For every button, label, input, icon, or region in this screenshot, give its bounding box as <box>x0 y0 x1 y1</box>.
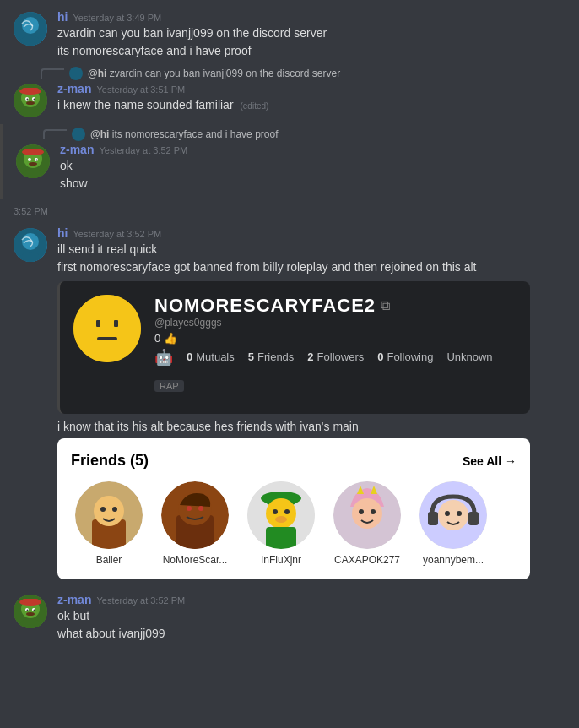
roblox-likes: 0 👍 <box>154 332 517 345</box>
time-divider-label: 3:52 PM <box>14 206 48 216</box>
copy-icon: ⧉ <box>381 298 390 313</box>
svg-point-67 <box>26 612 35 616</box>
roblox-profile-info: NOMORESCARYFACE2 ⧉ @playes0gggs 0 👍 🤖 0 <box>154 295 517 392</box>
mutuals-value: 0 <box>187 350 192 363</box>
reply-text-2: @hi zvardin can you ban ivanjj099 on the… <box>88 68 340 79</box>
timestamp-zman-1: Yesterday at 3:51 PM <box>96 84 185 95</box>
svg-rect-54 <box>468 512 479 525</box>
message-text-hi-2b: first nomorescaryface got banned from bi… <box>57 259 565 276</box>
svg-point-34 <box>112 507 117 512</box>
avatar-zman-1 <box>14 84 47 117</box>
friend-item-baller: Baller <box>71 481 147 566</box>
friend-name-yoannybem: yoannybem... <box>423 554 484 566</box>
svg-point-57 <box>457 511 462 516</box>
roblox-profile: NOMORESCARYFACE2 ⧉ @playes0gggs 0 👍 🤖 0 <box>73 295 517 392</box>
avatar-hi-2 <box>14 228 47 262</box>
friends-title: Friends (5) <box>71 452 149 470</box>
svg-rect-28 <box>114 320 118 327</box>
avatar-hi <box>14 12 47 46</box>
roblox-handle: @playes0gggs <box>154 317 517 329</box>
svg-point-51 <box>371 509 376 514</box>
message-group-zman-1: z-man Yesterday at 3:51 PM i knew the na… <box>0 80 579 121</box>
reply-row-2: @hi zvardin can you ban ivanjj099 on the… <box>0 67 579 80</box>
message-header-hi-1: hi Yesterday at 3:49 PM <box>57 10 565 24</box>
message-header-zman-1: z-man Yesterday at 3:51 PM <box>57 82 565 95</box>
username-hi-2: hi <box>57 226 68 240</box>
svg-point-44 <box>273 509 278 514</box>
svg-rect-7 <box>22 88 39 94</box>
robot-icon: 🤖 <box>154 348 173 367</box>
svg-point-55 <box>438 500 468 530</box>
message-text-hi-2c: i know that its his alt because hes frie… <box>57 419 565 436</box>
reply-line-3 <box>43 129 67 139</box>
chat-container: hi Yesterday at 3:49 PM zvardin can you … <box>0 0 579 653</box>
svg-rect-29 <box>97 337 117 340</box>
stat-friends: 5 Friends <box>248 350 295 363</box>
message-content-zman-1: z-man Yesterday at 3:51 PM i knew the na… <box>57 82 565 117</box>
friend-name-caxapok: CAXAPOK277 <box>334 554 400 566</box>
friend-avatar-caxapok <box>333 481 401 549</box>
message-group-zman-2: z-man Yesterday at 3:52 PM ok show <box>3 141 579 196</box>
message-header-hi-2: hi Yesterday at 3:52 PM <box>57 226 565 240</box>
timestamp-zman-final: Yesterday at 3:52 PM <box>96 595 185 606</box>
username-hi-1: hi <box>57 10 68 24</box>
thumbs-icon: 👍 <box>164 332 177 345</box>
friend-name-baller: Baller <box>96 554 122 566</box>
message-header-zman-2: z-man Yesterday at 3:52 PM <box>60 143 565 156</box>
svg-point-20 <box>30 160 31 161</box>
svg-point-56 <box>445 511 450 516</box>
roblox-embed: NOMORESCARYFACE2 ⧉ @playes0gggs 0 👍 🤖 0 <box>57 281 530 414</box>
friend-item-yoannybem: yoannybem... <box>415 481 491 566</box>
friend-avatar-yoannybem <box>419 481 487 549</box>
message-group-hi-1: hi Yesterday at 3:49 PM zvardin can you … <box>0 7 579 63</box>
svg-point-26 <box>73 295 141 362</box>
svg-point-38 <box>187 506 192 511</box>
message-group-zman-final: z-man Yesterday at 3:52 PM ok but what a… <box>0 589 579 646</box>
mutuals-label: Mutuals <box>196 350 235 363</box>
time-divider-row: 3:52 PM <box>0 199 579 223</box>
reply-avatar-small-2 <box>69 67 83 80</box>
username-zman-1: z-man <box>57 82 91 95</box>
svg-point-45 <box>284 509 290 514</box>
rap-tag: RAP <box>154 380 184 392</box>
svg-point-11 <box>34 99 35 101</box>
friend-item-nomorescary: NoMoreScar... <box>157 481 233 566</box>
friends-value: 5 <box>248 350 254 363</box>
svg-point-24 <box>22 233 39 250</box>
svg-rect-62 <box>22 599 39 605</box>
svg-rect-47 <box>266 527 296 549</box>
message-content-zman-2: z-man Yesterday at 3:52 PM ok show <box>60 143 565 193</box>
message-text-final-a: ok but <box>57 608 565 625</box>
message-text-zman-2b: show <box>60 176 565 193</box>
friend-name-nomorescary: NoMoreScar... <box>163 554 228 566</box>
friend-avatar-baller <box>75 481 143 549</box>
message-header-zman-final: z-man Yesterday at 3:52 PM <box>57 593 565 606</box>
reply-avatar-small-3 <box>72 128 85 141</box>
friends-embed: Friends (5) See All → <box>57 438 530 579</box>
timestamp-hi-2: Yesterday at 3:52 PM <box>73 229 161 239</box>
friend-name-influXjnr: InFluXjnr <box>261 554 301 566</box>
avatar-zman-final <box>14 595 47 628</box>
svg-point-21 <box>36 160 38 161</box>
svg-point-39 <box>198 506 203 511</box>
svg-rect-17 <box>24 149 41 155</box>
reply-text-3: @hi its nomorescaryface and i have proof <box>90 128 278 140</box>
likes-value: 0 <box>154 332 160 345</box>
message-content-hi-1: hi Yesterday at 3:49 PM zvardin can you … <box>57 10 565 60</box>
svg-rect-53 <box>428 512 438 525</box>
followers-label: Followers <box>317 350 365 363</box>
timestamp-hi-1: Yesterday at 3:49 PM <box>73 13 161 23</box>
reply-row-3: @hi its nomorescaryface and i have proof <box>3 128 579 141</box>
avatar-zman-2 <box>16 144 50 178</box>
message-content-hi-2: hi Yesterday at 3:52 PM ill send it real… <box>57 226 565 579</box>
followers-value: 2 <box>307 350 313 363</box>
see-all-button[interactable]: See All → <box>463 454 517 468</box>
message-text-hi-2a: ill send it real quick <box>57 242 565 258</box>
stat-followers: 2 Followers <box>307 350 364 363</box>
svg-point-65 <box>27 610 29 611</box>
unknown-label: Unknown <box>446 350 492 363</box>
friends-header: Friends (5) See All → <box>71 452 517 470</box>
svg-point-10 <box>27 99 29 101</box>
username-zman-2: z-man <box>60 143 94 156</box>
friends-grid: Baller <box>71 481 517 566</box>
